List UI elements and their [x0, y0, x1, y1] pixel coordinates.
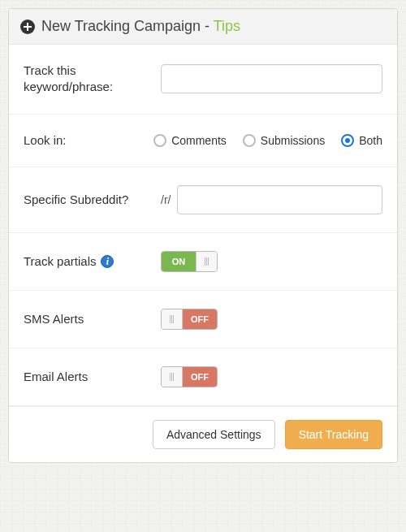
tracking-campaign-panel: New Tracking Campaign - Tips Track this …: [8, 8, 398, 463]
subreddit-label: Specific Subreddit?: [24, 192, 149, 208]
look-in-label: Look in:: [24, 132, 142, 149]
sms-alerts-toggle[interactable]: OFF: [161, 309, 218, 330]
look-in-radio-group: Comments Submissions Both: [153, 134, 382, 147]
info-icon[interactable]: i: [101, 255, 114, 268]
panel-footer: Advanced Settings Start Tracking: [9, 406, 397, 462]
keyword-label: Track this keyword/phrase:: [24, 63, 149, 96]
keyword-input[interactable]: [161, 64, 382, 93]
radio-dot-icon: [243, 134, 256, 147]
radio-submissions[interactable]: Submissions: [243, 134, 325, 147]
subreddit-prefix: /r/: [161, 193, 171, 206]
panel-title-tips-link[interactable]: Tips: [214, 18, 240, 34]
sms-alerts-label: SMS Alerts: [24, 311, 149, 327]
radio-label: Comments: [171, 134, 227, 147]
row-subreddit: Specific Subreddit? /r/: [9, 167, 397, 233]
plus-icon: [20, 19, 35, 34]
toggle-handle-icon: [162, 309, 183, 329]
panel-title-sep: -: [201, 18, 214, 34]
track-partials-toggle[interactable]: ON: [161, 251, 218, 272]
row-sms-alerts: SMS Alerts OFF: [9, 291, 397, 348]
advanced-settings-button[interactable]: Advanced Settings: [153, 420, 275, 449]
radio-label: Submissions: [261, 134, 325, 147]
row-keyword: Track this keyword/phrase:: [9, 45, 397, 115]
track-partials-label-text: Track partials: [24, 253, 96, 270]
radio-both[interactable]: Both: [341, 134, 382, 147]
radio-dot-icon: [341, 134, 354, 147]
panel-title-text: New Tracking Campaign: [41, 18, 201, 34]
subreddit-input[interactable]: [177, 185, 382, 214]
toggle-handle-icon: [196, 252, 217, 271]
row-track-partials: Track partials i ON: [9, 233, 397, 291]
email-alerts-toggle[interactable]: OFF: [161, 366, 218, 387]
row-email-alerts: Email Alerts OFF: [9, 348, 397, 406]
radio-label: Both: [359, 134, 382, 147]
radio-dot-icon: [153, 134, 166, 147]
radio-comments[interactable]: Comments: [153, 134, 227, 147]
email-alerts-label: Email Alerts: [24, 369, 149, 385]
toggle-off-text: OFF: [183, 367, 217, 387]
toggle-on-text: ON: [162, 252, 196, 271]
row-look-in: Look in: Comments Submissions Both: [9, 115, 397, 167]
toggle-handle-icon: [162, 367, 183, 387]
track-partials-label: Track partials i: [24, 253, 149, 270]
toggle-off-text: OFF: [183, 309, 217, 329]
panel-header: New Tracking Campaign - Tips: [9, 9, 397, 45]
start-tracking-button[interactable]: Start Tracking: [285, 420, 382, 449]
panel-title: New Tracking Campaign - Tips: [41, 18, 240, 35]
